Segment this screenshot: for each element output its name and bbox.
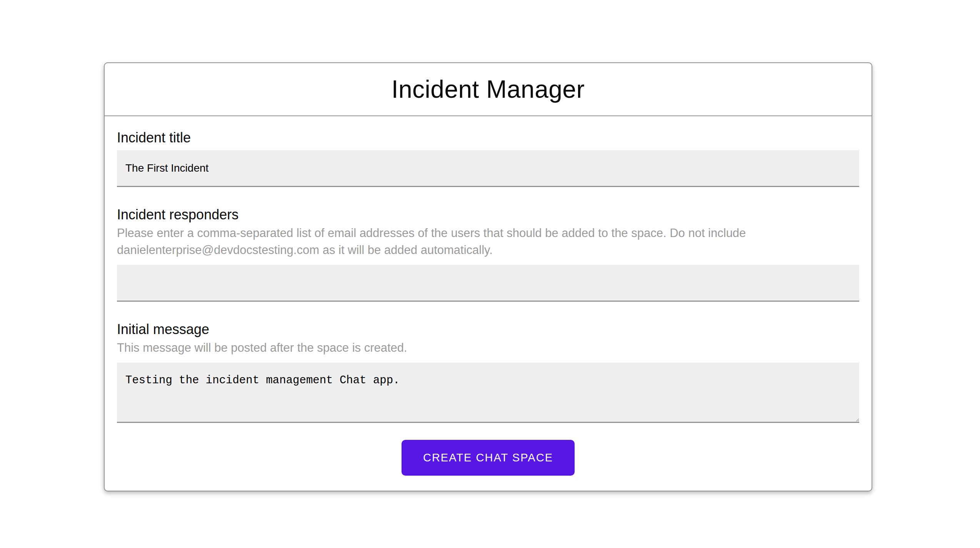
initial-message-textarea[interactable]: Testing the incident management Chat app… (117, 363, 859, 423)
initial-message-section: Initial message This message will be pos… (117, 322, 859, 423)
incident-title-label: Incident title (117, 130, 859, 145)
page-title: Incident Manager (392, 75, 585, 104)
button-row: CREATE CHAT SPACE (117, 440, 859, 476)
incident-title-input[interactable] (117, 150, 859, 187)
incident-responders-section: Incident responders Please enter a comma… (117, 207, 859, 302)
incident-responders-helper: Please enter a comma-separated list of e… (117, 225, 859, 259)
incident-responders-input[interactable] (117, 265, 859, 302)
card-header: Incident Manager (105, 63, 872, 116)
incident-responders-label: Incident responders (117, 207, 859, 222)
form: Incident title Incident responders Pleas… (105, 116, 872, 476)
create-chat-space-button[interactable]: CREATE CHAT SPACE (402, 440, 575, 476)
initial-message-label: Initial message (117, 322, 859, 337)
incident-manager-card: Incident Manager Incident title Incident… (104, 62, 872, 491)
initial-message-helper: This message will be posted after the sp… (117, 339, 859, 356)
incident-title-section: Incident title (117, 130, 859, 187)
